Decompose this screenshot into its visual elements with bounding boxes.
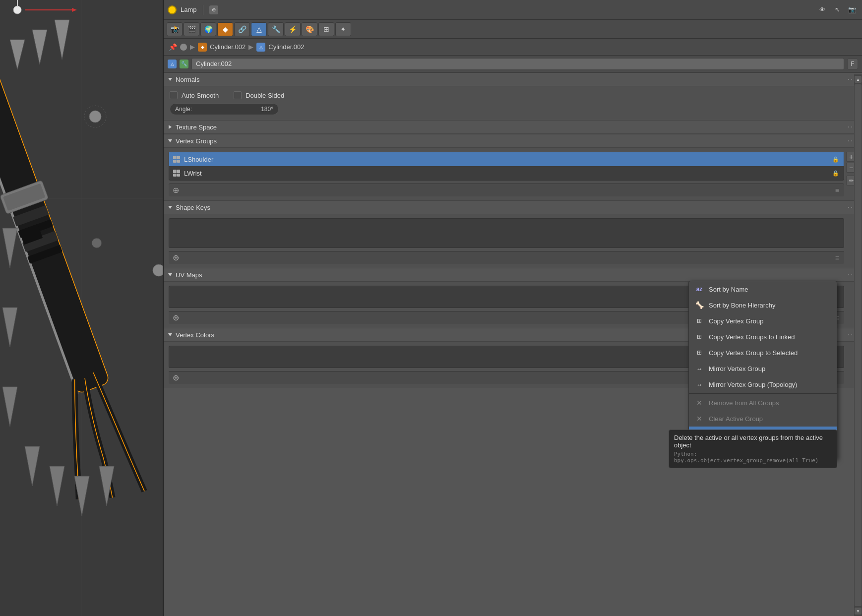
vg-name-lshoulder: LShoulder <box>184 156 213 163</box>
texture-space-triangle <box>169 125 172 129</box>
sort-name-icon: az <box>695 285 704 294</box>
menu-item-mirror-vg-topology[interactable]: ↔ Mirror Vertex Group (Topology) <box>689 376 837 392</box>
scroll-thumb[interactable] <box>855 84 862 606</box>
vg-bottom-bar: ⊕ ≡ <box>169 184 844 196</box>
toolbar-extra2[interactable]: ✦ <box>335 22 351 36</box>
menu-copy-selected-label: Copy Vertex Group to Selected <box>709 349 798 357</box>
header-right-icons: 👁 ↖ 📷 <box>816 4 858 16</box>
copy-vg-icon: ⊞ <box>695 316 704 325</box>
vg-lock-lwrist[interactable]: 🔒 <box>832 169 840 177</box>
normals-section-header[interactable]: Normals ··· <box>164 72 862 86</box>
right-scrollbar[interactable]: ▲ ▼ <box>854 74 862 616</box>
double-sided-item: Double Sided <box>234 91 284 99</box>
toolbar-material[interactable]: 🔧 <box>268 22 284 36</box>
breadcrumb-mesh-name: Cylinder.002 <box>268 43 304 51</box>
sk-equals-icon: ≡ <box>835 254 840 262</box>
3d-viewport[interactable] <box>0 0 163 616</box>
f-badge[interactable]: F <box>847 59 858 69</box>
vc-add-plus[interactable]: ⊕ <box>173 373 179 382</box>
vg-item-lshoulder[interactable]: LShoulder 🔒 <box>169 152 844 166</box>
breadcrumb-object-icon: ◆ <box>198 43 207 52</box>
header-icon: ⊕ <box>209 5 218 14</box>
object-name-bar: △ 🔧 F <box>164 56 862 72</box>
toolbar-particles[interactable]: ⚡ <box>285 22 301 36</box>
vertex-colors-triangle <box>168 333 172 336</box>
menu-item-copy-vg-to-selected[interactable]: ⊞ Copy Vertex Group to Selected <box>689 345 837 361</box>
vg-icon-lwrist <box>173 170 180 177</box>
double-sided-checkbox[interactable] <box>234 91 242 99</box>
texture-space-section-header[interactable]: Texture Space ··· <box>164 120 862 134</box>
angle-input[interactable]: Angle: 180° <box>170 103 279 115</box>
menu-separator-1 <box>689 393 837 394</box>
vg-add-plus[interactable]: ⊕ <box>173 185 179 195</box>
vg-lock-lshoulder[interactable]: 🔒 <box>832 155 840 163</box>
menu-item-sort-by-bone[interactable]: 🦴 Sort by Bone Hierarchy <box>689 297 837 313</box>
menu-item-sort-by-name[interactable]: az Sort by Name <box>689 281 837 297</box>
shape-keys-title: Shape Keys <box>176 204 210 211</box>
pin-icon: 📌 <box>169 43 177 51</box>
normals-content: Auto Smooth Double Sided Angle: 180° <box>164 86 862 120</box>
menu-copy-vg-label: Copy Vertex Group <box>709 317 764 325</box>
toolbar-physics[interactable]: 🎨 <box>302 22 317 36</box>
sk-add-plus[interactable]: ⊕ <box>173 253 179 262</box>
menu-item-clear-active: ✕ Clear Active Group <box>689 411 837 427</box>
visibility-icon[interactable]: 👁 <box>816 4 828 16</box>
vertex-groups-section-header[interactable]: Vertex Groups ··· <box>164 134 862 148</box>
normals-title: Normals <box>176 76 199 83</box>
toolbar-object[interactable]: ◆ <box>217 22 233 36</box>
menu-item-mirror-vg[interactable]: ↔ Mirror Vertex Group <box>689 361 837 376</box>
breadcrumb-mesh-icon: △ <box>256 43 265 52</box>
menu-sort-bone-label: Sort by Bone Hierarchy <box>709 302 775 309</box>
modifier-icon: 🔧 <box>180 60 188 68</box>
scroll-down-arrow[interactable]: ▼ <box>855 608 862 615</box>
clear-active-icon: ✕ <box>695 414 704 423</box>
uv-maps-title: UV Maps <box>176 271 202 279</box>
uv-maps-section-header[interactable]: UV Maps ··· <box>164 268 862 282</box>
menu-item-copy-vertex-group[interactable]: ⊞ Copy Vertex Group <box>689 313 837 329</box>
uv-add-plus[interactable]: ⊕ <box>173 313 179 322</box>
tooltip-python: Python: bpy.ops.object.vertex_group_remo… <box>674 451 832 464</box>
sort-bone-icon: 🦴 <box>695 301 704 309</box>
angle-row: Angle: 180° <box>170 103 856 115</box>
menu-mirror-topo-label: Mirror Vertex Group (Topology) <box>709 381 797 388</box>
cursor-icon[interactable]: ↖ <box>831 4 843 16</box>
vertex-groups-title: Vertex Groups <box>176 137 217 145</box>
object-name-input[interactable] <box>191 58 844 70</box>
toolbar-data[interactable]: △ <box>251 22 267 36</box>
vertex-groups-content: LShoulder 🔒 LWrist 🔒 <box>164 148 862 200</box>
remove-all-icon: ✕ <box>695 398 704 407</box>
normals-triangle <box>168 78 172 81</box>
toolbar-render[interactable]: 📸 <box>167 22 183 36</box>
breadcrumb-arrow2: ▶ <box>248 43 253 51</box>
vg-item-lwrist[interactable]: LWrist 🔒 <box>169 166 844 180</box>
shape-keys-section-header[interactable]: Shape Keys ··· <box>164 200 862 214</box>
auto-smooth-checkbox[interactable] <box>170 91 178 99</box>
toolbar-extra1[interactable]: ⊞ <box>318 22 334 36</box>
menu-clear-active-label: Clear Active Group <box>709 415 763 423</box>
vertex-colors-title: Vertex Colors <box>176 331 214 339</box>
camera-icon[interactable]: 📷 <box>846 4 858 16</box>
mesh-icon-small: △ <box>168 60 177 68</box>
scroll-up-arrow[interactable]: ▲ <box>855 76 862 83</box>
svg-point-19 <box>89 111 101 123</box>
viewport-panel[interactable] <box>0 0 164 616</box>
angle-value: 180° <box>261 106 273 113</box>
content-area[interactable]: Normals ··· Auto Smooth Double Sided <box>164 72 862 616</box>
toolbar-world[interactable]: 🌍 <box>200 22 216 36</box>
mirror-icon: ↔ <box>695 364 704 373</box>
header-bar: Lamp ⊕ 👁 ↖ 📷 <box>164 0 862 20</box>
breadcrumb-arrow1: ▶ <box>190 43 195 51</box>
copy-selected-icon: ⊞ <box>695 348 704 357</box>
toolbar-constraints[interactable]: 🔗 <box>234 22 250 36</box>
menu-item-remove-from-all: ✕ Remove from All Groups <box>689 395 837 411</box>
toolbar-scene[interactable]: 🎬 <box>184 22 199 36</box>
uv-maps-triangle <box>168 273 172 276</box>
vg-name-lwrist: LWrist <box>184 170 202 177</box>
properties-panel: Lamp ⊕ 👁 ↖ 📷 📸 🎬 🌍 ◆ 🔗 △ 🔧 ⚡ 🎨 ⊞ ✦ <box>164 0 862 616</box>
menu-remove-all-label: Remove from All Groups <box>709 399 779 407</box>
shape-keys-content: ⊕ ≡ <box>164 214 862 268</box>
tooltip-box: Delete the active or all vertex groups f… <box>669 430 837 468</box>
normals-checkbox-row: Auto Smooth Double Sided <box>170 91 856 99</box>
menu-item-copy-vg-to-linked[interactable]: ⊞ Copy Vertex Groups to Linked <box>689 329 837 345</box>
copy-linked-icon: ⊞ <box>695 332 704 341</box>
